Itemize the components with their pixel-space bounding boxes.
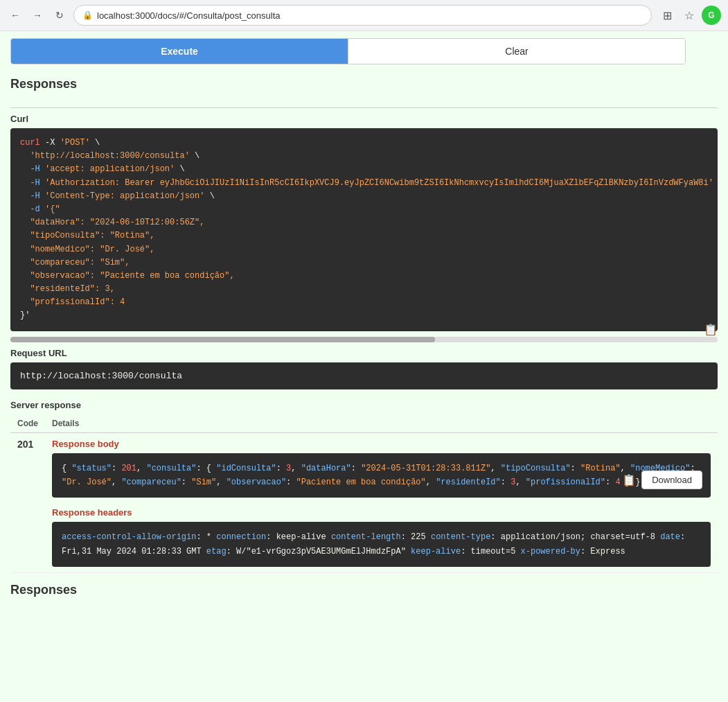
server-response-label: Server response [10, 400, 718, 410]
browser-actions: ⊞ ☆ G [657, 6, 721, 25]
lock-icon: 🔒 [82, 10, 93, 20]
response-actions: 📋 Download [622, 471, 702, 489]
horizontal-scrollbar[interactable] [10, 337, 718, 342]
back-button[interactable]: ← [7, 7, 24, 24]
clear-button[interactable]: Clear [348, 39, 685, 64]
main-content: Execute Clear Responses Curl curl -X 'PO… [0, 31, 728, 702]
bottom-responses-title: Responses [10, 583, 718, 597]
response-headers-block: access-control-allow-origin: * connectio… [52, 522, 711, 567]
response-body-block: { "status": 201, "consulta": { "idConsul… [52, 453, 711, 498]
details-col-header: Details [45, 414, 718, 433]
download-button[interactable]: Download [641, 471, 702, 489]
request-url-label: Request URL [10, 348, 718, 358]
curl-label: Curl [10, 114, 718, 124]
table-row: 201 Response body { "status": 201, "cons… [10, 432, 718, 573]
request-url-section: Request URL http://localhost:3000/consul… [10, 348, 718, 389]
response-details-cell: Response body { "status": 201, "consulta… [45, 432, 718, 573]
response-code: 201 [17, 439, 33, 450]
execute-button[interactable]: Execute [11, 39, 348, 64]
divider-1 [10, 107, 718, 108]
request-url-display: http://localhost:3000/consulta [10, 362, 718, 389]
action-buttons: Execute Clear [10, 38, 686, 64]
responses-title: Responses [10, 77, 718, 97]
response-table: Code Details 201 Response body { "status… [10, 414, 718, 574]
translate-button[interactable]: ⊞ [657, 6, 677, 25]
response-body-label: Response body [52, 439, 711, 449]
address-input[interactable] [97, 10, 643, 21]
forward-button[interactable]: → [29, 7, 46, 24]
bookmark-button[interactable]: ☆ [680, 6, 699, 25]
code-col-header: Code [10, 414, 45, 433]
browser-bar: ← → ↻ 🔒 ⊞ ☆ G [0, 0, 728, 31]
curl-copy-button[interactable]: 📋 [704, 323, 718, 336]
curl-code-block: curl -X 'POST' \ 'http://localhost:3000/… [10, 128, 718, 331]
profile-avatar[interactable]: G [702, 6, 721, 25]
server-response-section: Server response Code Details 201 Respons… [10, 400, 718, 574]
response-headers-label: Response headers [52, 507, 711, 518]
reload-button[interactable]: ↻ [51, 7, 68, 24]
address-bar: 🔒 [73, 5, 652, 26]
response-copy-button[interactable]: 📋 [622, 473, 636, 486]
